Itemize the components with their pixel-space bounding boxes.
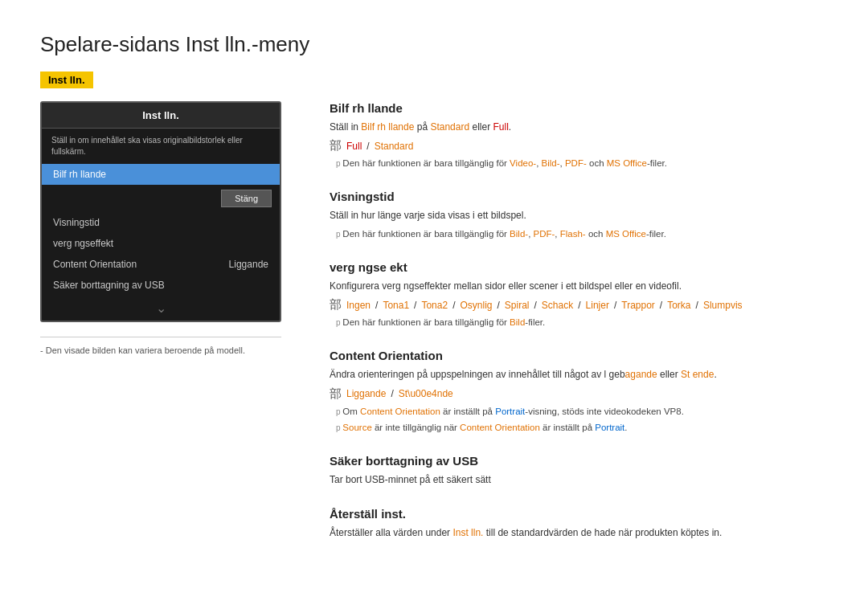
separator: /: [366, 141, 369, 152]
highlight: MS Office: [607, 158, 647, 168]
menu-subtitle: Ställ in om innehållet ska visas origina…: [42, 129, 280, 164]
section-title: verg ngse ekt: [330, 260, 828, 274]
section-body: Ändra orienteringen på uppspelningen av …: [330, 367, 828, 382]
left-column: Inst lln. Ställ in om innehållet ska vis…: [40, 101, 281, 355]
option-standard: Standard: [375, 141, 414, 152]
menu-item[interactable]: Content Orientation Liggande: [42, 254, 280, 275]
section-bilfrhllande: Bilf rh llande Ställ in Bilf rh llande p…: [330, 101, 828, 170]
icon-row: 部 Ingen / Tona1 / Tona2 / Osynlig / Spir…: [330, 297, 828, 313]
section-body: Konfigurera verg ngseffekter mellan sido…: [330, 279, 828, 294]
note-text: Den här funktionen är bara tillgänglig f…: [336, 316, 828, 329]
highlight: PDF-: [534, 229, 555, 239]
section-aterst-ll-inst: Återställ inst. Återställer alla värden …: [330, 507, 828, 541]
close-button[interactable]: Stäng: [221, 190, 272, 207]
highlight: Content Orientation: [360, 407, 440, 416]
option: Schack: [542, 300, 573, 311]
section-title: Visningstid: [330, 190, 828, 203]
note-text: Den här funktionen är bara tillgänglig f…: [336, 157, 828, 170]
right-column: Bilf rh llande Ställ in Bilf rh llande p…: [330, 101, 828, 560]
menu-item-label: Content Orientation: [53, 259, 137, 270]
highlight-text: Full: [493, 121, 508, 133]
menu-item-label: Säker borttagning av USB: [53, 280, 165, 291]
menu-button-row: Stäng: [42, 185, 280, 212]
section-content-orientation: Content Orientation Ändra orienteringen …: [330, 349, 828, 435]
section-body: Ställ in hur länge varje sida visas i et…: [330, 208, 828, 223]
menu-footer: ⌄: [42, 296, 280, 321]
note-text: Om Content Orientation är inställt på Po…: [336, 405, 828, 419]
highlight: Bild-: [542, 158, 560, 168]
section-title: Bilf rh llande: [330, 101, 828, 115]
menu-item[interactable]: Bilf rh llande: [42, 164, 280, 185]
inst-badge: Inst lln.: [40, 72, 93, 88]
section-title: Återställ inst.: [330, 507, 828, 521]
icon-row: 部 Liggande / St\u00e4nde: [330, 386, 828, 402]
menu-item-label: verg ngseffekt: [53, 238, 113, 249]
option-liggande: Liggande: [346, 388, 386, 399]
highlight: Inst lln.: [452, 527, 483, 538]
menu-item[interactable]: Visningstid: [42, 212, 280, 233]
section-body: Tar bort USB-minnet på ett säkert sätt: [330, 472, 828, 488]
menu-header: Inst lln.: [42, 103, 280, 129]
note-text: Den här funktionen är bara tillgänglig f…: [336, 227, 828, 241]
highlight: Bild-: [510, 229, 528, 239]
section-saker-borttagning: Säker borttagning av USB Tar bort USB-mi…: [330, 454, 828, 488]
menu-icon: 部: [330, 297, 342, 313]
option: Osynlig: [460, 300, 492, 311]
option: Slumpvis: [703, 300, 743, 311]
highlight: Portrait: [595, 423, 624, 432]
highlight: MS Office: [606, 229, 646, 239]
highlight: Video-: [510, 158, 536, 168]
section-visningstid: Visningstid Ställ in hur länge varje sid…: [330, 190, 828, 240]
menu-item-value: Liggande: [229, 259, 268, 270]
page-title: Spelare-sidans Inst lln.-meny: [40, 32, 828, 57]
option: Torka: [667, 300, 690, 311]
highlight: Content Orientation: [460, 423, 540, 432]
highlight: Bild: [510, 317, 525, 327]
menu-item-label: Bilf rh llande: [53, 169, 106, 180]
highlight-text: Standard: [430, 121, 469, 133]
section-title: Content Orientation: [330, 349, 828, 362]
menu-item-label: Visningstid: [53, 217, 100, 228]
icon-row: 部 Full / Standard: [330, 138, 828, 153]
section-body: Ställ in Bilf rh llande på Standard elle…: [330, 120, 828, 135]
highlight: Flash-: [560, 229, 586, 239]
highlight: Portrait: [495, 407, 525, 416]
menu-items: Bilf rh llande Stäng Visningstid verg ng…: [42, 164, 280, 296]
page-note: - Den visade bilden kan variera beroende…: [40, 337, 281, 355]
option: Ingen: [346, 300, 371, 311]
option-stende: St\u00e4nde: [399, 388, 453, 399]
note-text: Source är inte tillgänglig när Content O…: [336, 421, 828, 435]
menu-box: Inst lln. Ställ in om innehållet ska vis…: [40, 101, 281, 322]
menu-item[interactable]: Säker borttagning av USB: [42, 275, 280, 296]
separator: /: [391, 388, 393, 399]
option: Tona1: [383, 300, 409, 311]
menu-icon: 部: [330, 138, 342, 153]
option: Spiral: [505, 300, 530, 311]
section-title: Säker borttagning av USB: [330, 454, 828, 468]
option-full: Full: [346, 141, 362, 152]
highlight: PDF-: [565, 158, 587, 168]
section-body: Återställer alla värden under Inst lln. …: [330, 525, 828, 541]
highlight: agande: [625, 369, 657, 380]
option: Linjer: [586, 300, 609, 311]
highlight-text: Bilf rh llande: [361, 121, 414, 133]
menu-icon: 部: [330, 386, 342, 402]
option: Tona2: [421, 300, 448, 311]
menu-item[interactable]: verg ngseffekt: [42, 233, 280, 254]
option: Trappor: [621, 300, 655, 311]
highlight: St ende: [681, 369, 714, 380]
section-overgangseffekt: verg ngse ekt Konfigurera verg ngseffekt…: [330, 260, 828, 329]
highlight-source: Source: [342, 423, 371, 432]
